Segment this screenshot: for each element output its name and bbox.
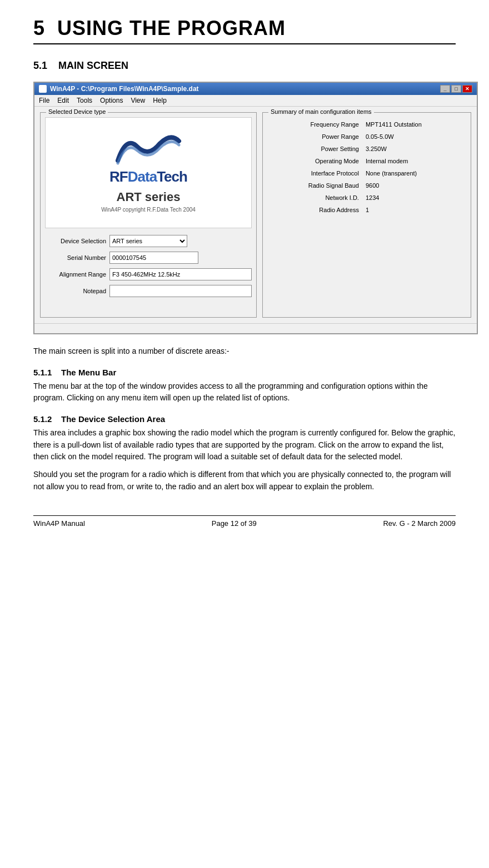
summary-row-radio-baud: Radio Signal Baud 9600 [267,179,466,192]
section-5-1-2-para-1: This area includes a graphic box showing… [33,427,456,463]
summary-table: Frequency Range MPT1411 Outstation Power… [267,118,466,216]
right-panel: Summary of main configuration items Freq… [262,112,471,318]
menu-help[interactable]: Help [153,97,167,104]
copyright-text: WinA4P copyright R.F.Data Tech 2004 [101,207,196,213]
page-footer: WinA4P Manual Page 12 of 39 Rev. G - 2 M… [33,515,456,528]
chapter-number: 5 [33,17,45,39]
summary-row-radio-address: Radio Address 1 [267,204,466,216]
maximize-button[interactable]: □ [451,85,461,93]
titlebar-buttons[interactable]: _ □ ✕ [440,85,472,93]
section-5-1-1-heading: 5.1.1 The Menu Bar [33,368,456,377]
footer-left: WinA4P Manual [33,519,85,528]
interface-protocol-label: Interface Protocol [267,167,362,179]
notepad-row: Notepad [45,285,252,297]
close-button[interactable]: ✕ [462,85,472,93]
chapter-title: 5 USING THE PROGRAM [33,17,456,44]
window-statusbar [34,323,477,333]
section-5-1-label: 5.1 [33,60,47,71]
chapter-title-text: USING THE PROGRAM [57,17,286,39]
main-screen-screenshot: WinA4P - C:\Program Files\WinA4P\Sample.… [33,82,478,334]
section-5-1-heading: 5.1 MAIN SCREEN [33,60,456,72]
footer-right: Rev. G - 2 March 2009 [383,519,456,528]
power-setting-label: Power Setting [267,143,362,155]
radio-address-value: 1 [362,204,466,216]
summary-row-power-setting: Power Setting 3.250W [267,143,466,155]
rf-text: RF [109,168,128,185]
section-5-1-2-title: The Device Selection Area [61,414,165,424]
description-text: The main screen is split into a number o… [33,345,456,358]
wave-graphic [115,133,182,166]
alignment-range-label: Alignment Range [45,271,106,278]
power-range-value: 0.05-5.0W [362,131,466,143]
left-panel: Selected Device type RFDataTech ART seri… [40,112,257,318]
summary-row-freq: Frequency Range MPT1411 Outstation [267,118,466,131]
menu-tools[interactable]: Tools [77,97,92,104]
window-body: Selected Device type RFDataTech ART seri… [34,107,477,323]
section-5-1-1-title: The Menu Bar [61,368,116,377]
right-panel-title: Summary of main configuration items [268,108,374,115]
serial-number-input[interactable] [109,252,198,264]
menu-options[interactable]: Options [100,97,123,104]
window-title-text: WinA4P - C:\Program Files\WinA4P\Sample.… [50,85,199,93]
network-id-value: 1234 [362,192,466,204]
summary-row-network-id: Network I.D. 1234 [267,192,466,204]
radio-baud-label: Radio Signal Baud [267,179,362,192]
menu-view[interactable]: View [131,97,145,104]
footer-center: Page 12 of 39 [212,519,257,528]
freq-range-value: MPT1411 Outstation [362,118,466,131]
interface-protocol-value: None (transparent) [362,167,466,179]
power-setting-value: 3.250W [362,143,466,155]
operating-mode-label: Operating Mode [267,155,362,167]
section-5-1-1-label: 5.1.1 [33,368,52,377]
section-5-1-title: MAIN SCREEN [58,60,128,71]
device-selection-row: Device Selection ART series [45,235,252,247]
summary-row-power-range: Power Range 0.05-5.0W [267,131,466,143]
titlebar-title-area: WinA4P - C:\Program Files\WinA4P\Sample.… [39,85,199,93]
serial-number-label: Serial Number [45,254,106,261]
serial-number-row: Serial Number [45,252,252,264]
window-menubar[interactable]: File Edit Tools Options View Help [34,95,477,107]
minimize-button[interactable]: _ [440,85,450,93]
menu-edit[interactable]: Edit [57,97,69,104]
device-selection-label: Device Selection [45,238,106,244]
device-selection-dropdown[interactable]: ART series [109,235,187,247]
power-range-label: Power Range [267,131,362,143]
art-series-label: ART series [117,190,181,204]
radio-address-label: Radio Address [267,204,362,216]
device-selection-control[interactable]: ART series [109,235,187,247]
section-5-1-2-label: 5.1.2 [33,414,52,424]
freq-range-label: Frequency Range [267,118,362,131]
alignment-range-input[interactable] [109,268,252,280]
radio-baud-value: 9600 [362,179,466,192]
summary-row-interface: Interface Protocol None (transparent) [267,167,466,179]
section-5-1-2-heading: 5.1.2 The Device Selection Area [33,414,456,424]
section-5-1-2-para-2: Should you set the program for a radio w… [33,469,456,493]
titlebar-icon [39,85,47,93]
notepad-input[interactable] [109,285,252,297]
summary-row-operating-mode: Operating Mode Internal modem [267,155,466,167]
window-titlebar: WinA4P - C:\Program Files\WinA4P\Sample.… [34,83,477,95]
rf-logo: RFDataTech [109,168,187,185]
operating-mode-value: Internal modem [362,155,466,167]
notepad-label: Notepad [45,288,106,294]
device-graphic: RFDataTech ART series WinA4P copyright R… [45,117,252,228]
section-5-1-1-para-1: The menu bar at the top of the window pr… [33,380,456,404]
tech-text: Tech [157,168,187,185]
data-text: Data [128,168,157,185]
network-id-label: Network I.D. [267,192,362,204]
alignment-range-row: Alignment Range [45,268,252,280]
menu-file[interactable]: File [39,97,49,104]
left-panel-title: Selected Device type [46,108,108,115]
